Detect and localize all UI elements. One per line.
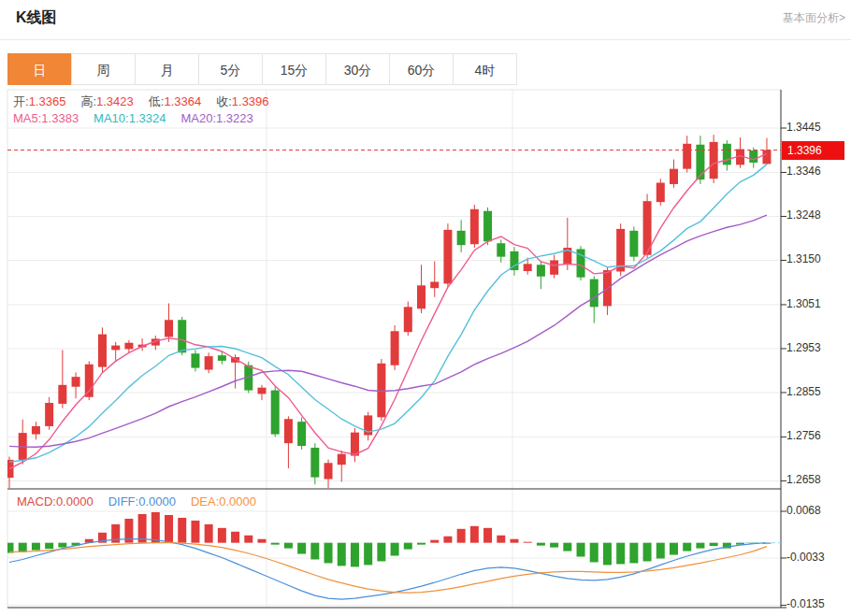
axis-label: -0.0135 (786, 597, 825, 610)
readout-item: MA10:1.3324 (94, 111, 166, 125)
macd-readout: MACD:0.0000DIFF:0.0000DEA:0.0000 (17, 494, 271, 509)
readout-item: 收:1.3396 (216, 94, 268, 108)
readout-item: 高:1.3423 (80, 94, 133, 108)
kline-chart-canvas[interactable] (0, 0, 851, 616)
axis-label: 1.3150 (786, 252, 821, 265)
last-price-badge: 1.3396 (782, 141, 844, 160)
readout-item: DEA:0.0000 (191, 494, 256, 509)
axis-label: 1.2658 (786, 473, 821, 486)
readout-item: MACD:0.0000 (17, 494, 94, 509)
readout-item: MA20:1.3223 (180, 111, 252, 125)
axis-label: 1.3445 (786, 121, 821, 134)
axis-label: 1.3346 (786, 165, 821, 178)
readout-item: 开:1.3365 (13, 94, 65, 108)
axis-label: 1.2953 (786, 341, 821, 354)
axis-label: 1.3248 (786, 208, 821, 222)
axis-label: 1.3051 (786, 297, 821, 310)
ma-readout: MA5:1.3383MA10:1.3324MA20:1.3223 (13, 111, 268, 125)
readout-item: 低:1.3364 (149, 94, 201, 108)
axis-label: 1.2855 (786, 385, 821, 398)
axis-label: -0.0033 (786, 551, 825, 564)
ohlc-readout: 开:1.3365高:1.3423低:1.3364收:1.3396 (13, 93, 284, 110)
readout-item: MA5:1.3383 (13, 111, 79, 125)
axis-label: 1.2756 (786, 429, 821, 442)
readout-item: DIFF:0.0000 (108, 494, 176, 509)
axis-label: 0.0068 (786, 504, 821, 517)
